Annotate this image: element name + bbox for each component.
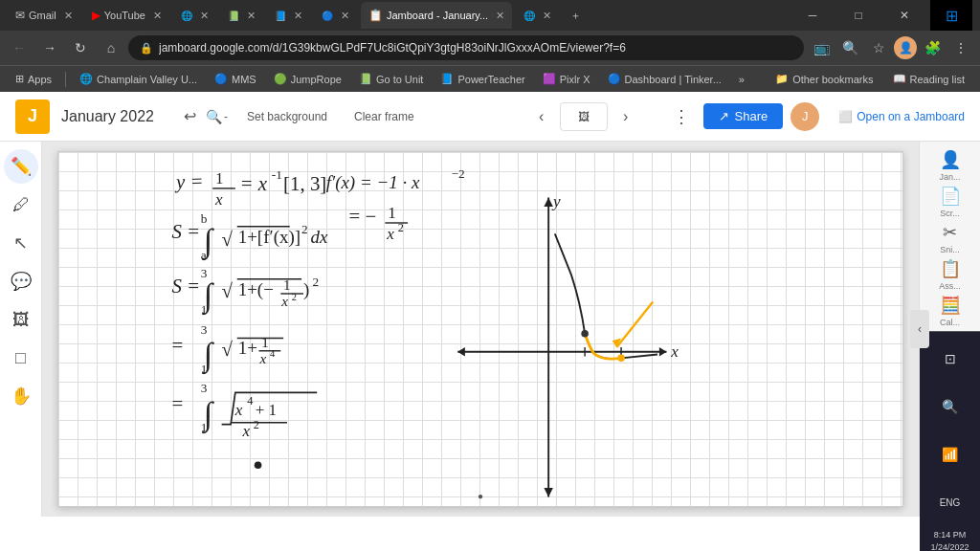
- image-tool-btn[interactable]: 🖼: [4, 302, 38, 337]
- mms-label: MMS: [232, 74, 256, 85]
- tab-list: ✉ Gmail ✕ ▶ YouTube ✕ 🌐 ✕ 📗 ✕ 📘 ✕ 🔵 ✕: [8, 2, 781, 29]
- close-tab-jamboard[interactable]: ✕: [496, 10, 504, 22]
- menu-icon[interactable]: ⋮: [947, 34, 974, 61]
- undo-btn[interactable]: ↩: [177, 103, 204, 130]
- cast-icon[interactable]: 📺: [808, 34, 835, 61]
- marker-tool-btn[interactable]: 🖊: [4, 187, 38, 222]
- sidebar-item-jan[interactable]: 👤 Jan...: [927, 149, 973, 182]
- reading-list[interactable]: 📖 Reading list: [885, 69, 972, 90]
- svg-text:y =: y =: [174, 169, 204, 193]
- open-on-jamboard-btn[interactable]: ⬜ Open on a Jamboard: [838, 110, 965, 123]
- close-btn[interactable]: ✕: [882, 0, 926, 31]
- set-background-btn[interactable]: Set background: [239, 106, 335, 127]
- bookmark-champlain[interactable]: 🌐 Champlain Valley U...: [72, 69, 205, 90]
- svg-text:3: 3: [201, 266, 208, 280]
- zoom-search-icon: 🔍: [206, 109, 222, 124]
- jb-more-btn[interactable]: ⋮: [667, 102, 696, 131]
- zoom-icon[interactable]: 🔍: [836, 34, 863, 61]
- sidebar-item-cal[interactable]: 🧮 Cal...: [927, 295, 973, 327]
- profile-icon[interactable]: 👤: [894, 36, 917, 59]
- sidebar-item-sni[interactable]: ✂ Sni...: [927, 222, 973, 254]
- bookmark-star-icon[interactable]: ☆: [865, 34, 892, 61]
- shape-icon: □: [15, 348, 26, 368]
- youtube-favicon: ▶: [92, 9, 100, 22]
- wifi-icon[interactable]: 📶: [927, 431, 973, 477]
- bookmark-pixlr[interactable]: 🟪 Pixlr X: [535, 69, 598, 90]
- canvas-area[interactable]: y = 1 x = x -1 [1, 3] f′(x) = −1 · x −2 …: [42, 142, 919, 517]
- jumprope-icon: 🟢: [274, 73, 287, 85]
- close-tab-5[interactable]: ✕: [543, 10, 551, 22]
- math-content: y = 1 x = x -1 [1, 3] f′(x) = −1 · x −2 …: [58, 152, 902, 506]
- bookmark-goto[interactable]: 📗 Go to Unit: [351, 69, 432, 90]
- math-svg: y = 1 x = x -1 [1, 3] f′(x) = −1 · x −2 …: [58, 152, 902, 506]
- svg-text:1: 1: [201, 362, 208, 376]
- close-tab-2[interactable]: ✕: [247, 10, 256, 22]
- search-btn[interactable]: 🔍: [927, 384, 973, 430]
- powerteacher-label: PowerTeacher: [457, 74, 524, 85]
- search-taskbar-icon: 🔍: [942, 399, 958, 414]
- svg-text:x: x: [234, 401, 243, 419]
- tab-gmail[interactable]: ✉ Gmail ✕: [8, 2, 80, 29]
- apps-button[interactable]: ⊞ Apps: [8, 69, 59, 90]
- calculator-icon: 🧮: [940, 295, 961, 316]
- back-btn[interactable]: ←: [6, 34, 33, 61]
- bookmark-dashboard[interactable]: 🔵 Dashboard | Tinker...: [600, 69, 729, 90]
- dashboard-icon: 🔵: [608, 73, 621, 85]
- tab-favicon-4: 🔵: [322, 11, 333, 21]
- bookmark-powerteacher[interactable]: 📘 PowerTeacher: [433, 69, 532, 90]
- tab-various-3[interactable]: 📘 ✕: [267, 2, 310, 29]
- tab-various-2[interactable]: 📗 ✕: [220, 2, 263, 29]
- assignment-icon: 📋: [940, 258, 961, 279]
- svg-text:x: x: [214, 190, 223, 209]
- next-frame-btn[interactable]: ›: [612, 102, 640, 131]
- tab-various-5[interactable]: 🌐 ✕: [516, 2, 559, 29]
- close-tab-3[interactable]: ✕: [294, 10, 302, 22]
- close-tab-youtube[interactable]: ✕: [153, 10, 162, 22]
- more-bookmarks[interactable]: »: [731, 69, 752, 90]
- share-btn[interactable]: ↗ Share: [703, 103, 784, 129]
- home-btn[interactable]: ⌂: [98, 34, 124, 61]
- minimize-btn[interactable]: ─: [791, 0, 835, 31]
- lang-btn[interactable]: ENG: [927, 479, 973, 525]
- other-bookmarks[interactable]: 📁 Other bookmarks: [768, 69, 880, 90]
- collapse-icon: ‹: [918, 322, 922, 336]
- forward-btn[interactable]: →: [36, 34, 63, 61]
- svg-text:= x: = x: [240, 172, 268, 195]
- svg-text:1: 1: [388, 204, 396, 222]
- sidebar-collapse-btn[interactable]: ‹: [910, 310, 929, 348]
- svg-text:b: b: [201, 211, 208, 226]
- clear-frame-btn[interactable]: Clear frame: [346, 106, 422, 127]
- bookmark-mms[interactable]: 🔵 MMS: [207, 69, 264, 90]
- windows-start[interactable]: ⊞: [930, 0, 972, 31]
- tab-various-1[interactable]: 🌐 ✕: [173, 2, 216, 29]
- new-tab-btn[interactable]: ＋: [563, 2, 589, 29]
- extensions-icon[interactable]: 🧩: [919, 34, 946, 61]
- maximize-btn[interactable]: □: [836, 0, 880, 31]
- tab-various-4[interactable]: 🔵 ✕: [314, 2, 357, 29]
- close-tab-gmail[interactable]: ✕: [64, 10, 73, 22]
- frame-icon: 🖼: [578, 110, 590, 123]
- pen-tool-btn[interactable]: ✏️: [4, 149, 38, 184]
- sidebar-item-ass[interactable]: 📋 Ass...: [927, 258, 973, 291]
- sticky-note-btn[interactable]: 💬: [4, 264, 38, 298]
- shape-tool-btn[interactable]: □: [4, 341, 38, 375]
- tab-jamboard[interactable]: 📋 Jamboard - January... ✕: [361, 2, 512, 29]
- left-toolbar: ✏️ 🖊 ↖ 💬 🖼 □ ✋: [0, 142, 42, 517]
- refresh-btn[interactable]: ↻: [67, 34, 94, 61]
- close-tab-1[interactable]: ✕: [200, 10, 209, 22]
- jamboard-favicon: 📋: [368, 9, 383, 22]
- sidebar-item-scr[interactable]: 📄 Scr...: [927, 186, 973, 218]
- laser-btn[interactable]: ✋: [4, 379, 38, 413]
- close-tab-4[interactable]: ✕: [341, 10, 349, 22]
- prev-frame-btn[interactable]: ‹: [527, 102, 556, 131]
- tab-jamboard-label: Jamboard - January...: [387, 10, 488, 21]
- user-avatar[interactable]: J: [791, 102, 819, 131]
- marker-icon: 🖊: [12, 195, 30, 215]
- address-bar[interactable]: 🔒 jamboard.google.com/d/1G39kbwGLPdF7Uc8…: [128, 35, 804, 60]
- svg-text:x: x: [241, 422, 250, 440]
- taskview-btn[interactable]: ⊡: [927, 336, 973, 382]
- bookmark-jumprope[interactable]: 🟢 JumpRope: [266, 69, 349, 90]
- svg-text:2: 2: [254, 418, 259, 431]
- select-tool-btn[interactable]: ↖: [4, 226, 38, 260]
- tab-youtube[interactable]: ▶ YouTube ✕: [84, 2, 169, 29]
